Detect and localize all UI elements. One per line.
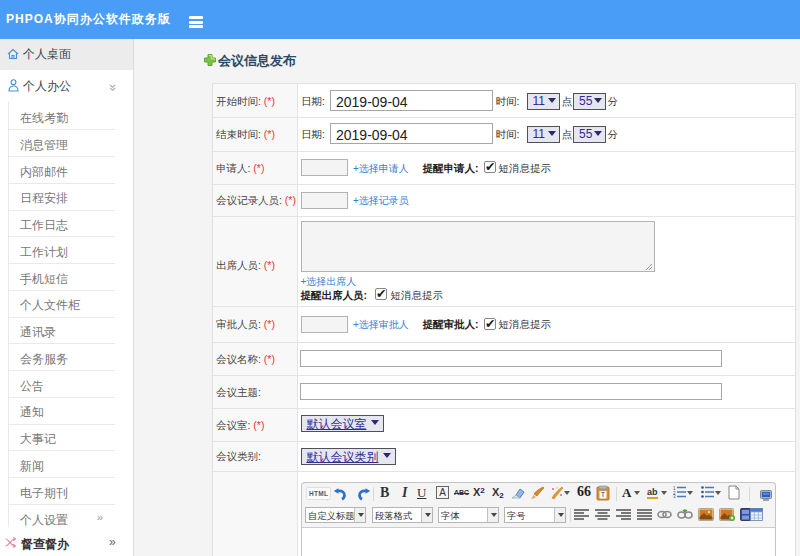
- svg-text:T: T: [601, 491, 606, 498]
- svg-text:3: 3: [673, 494, 676, 498]
